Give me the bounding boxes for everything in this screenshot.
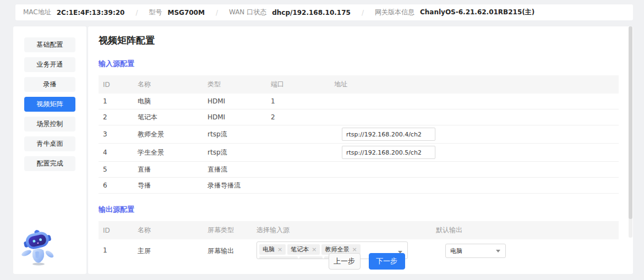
column-header-name: 名称 <box>133 80 203 89</box>
tag-close-icon[interactable]: × <box>352 246 357 253</box>
cell-name: 直播 <box>133 165 203 174</box>
wizard-footer: 上一步 下一步 <box>88 253 633 270</box>
sidebar-item-scene-control[interactable]: 场景控制 <box>24 117 75 131</box>
gateway-version-value: ChanlyOS-6.21.62.01RB215(主) <box>420 8 534 17</box>
sidebar-item-service-activation[interactable]: 业务开通 <box>24 57 75 72</box>
scrollbar-thumb[interactable] <box>629 26 632 219</box>
rtsp-address-input[interactable] <box>342 146 435 159</box>
output-source-section-heading[interactable]: 输出源配置 <box>99 205 633 215</box>
tag-label: 教师全景 <box>325 245 349 254</box>
table-row: 5 直播 直播流 <box>99 162 619 178</box>
cell-address <box>330 146 619 159</box>
table-row: 6 导播 录播导播流 <box>99 178 619 194</box>
cell-id: 1 <box>99 241 133 254</box>
page-title: 视频矩阵配置 <box>99 34 633 47</box>
column-header-address: 地址 <box>330 80 619 89</box>
column-header-id: ID <box>99 81 133 89</box>
model-value: MSG700M <box>167 9 204 17</box>
mac-address-value: 2C:1E:4F:13:39:20 <box>57 9 125 17</box>
table-row: 3 教师全景 rtsp流 <box>99 125 619 144</box>
cell-name: 教师全景 <box>133 130 203 139</box>
wan-status-value: dhcp/192.168.10.175 <box>272 9 351 17</box>
cell-port: 1 <box>266 97 330 105</box>
cell-name: 笔记本 <box>133 113 203 122</box>
sidebar-item-video-matrix[interactable]: 视频矩阵 <box>24 97 75 112</box>
cell-id: 2 <box>99 113 133 121</box>
cell-name: 电脑 <box>133 97 203 106</box>
tag-label: 电脑 <box>263 245 275 254</box>
device-info-bar: MAC地址 2C:1E:4F:13:39:20 / 型号 MSG700M / W… <box>15 4 633 20</box>
divider: / <box>216 9 218 17</box>
divider: / <box>135 9 138 17</box>
column-header-id: ID <box>99 227 133 234</box>
sidebar-item-recording[interactable]: 录播 <box>24 77 75 92</box>
mac-address-label: MAC地址 <box>23 8 51 17</box>
gateway-version-label: 网关版本信息 <box>375 8 414 17</box>
cell-name: 导播 <box>133 181 203 190</box>
caret-down-icon <box>496 250 500 252</box>
sidebar-item-config-complete[interactable]: 配置完成 <box>24 156 75 171</box>
cell-type: HDMI <box>203 113 266 121</box>
column-header-select-input: 选择输入源 <box>255 226 432 235</box>
input-source-section-heading[interactable]: 输入源配置 <box>99 59 633 69</box>
sidebar-item-basic-config[interactable]: 基础配置 <box>24 37 75 52</box>
cell-port: 2 <box>266 113 330 121</box>
cell-name: 学生全景 <box>133 148 203 157</box>
scrollbar-track[interactable] <box>629 26 632 238</box>
tag-close-icon[interactable]: × <box>277 246 282 253</box>
cell-address <box>330 128 619 141</box>
cell-type: 录播导播流 <box>203 181 266 190</box>
cell-id: 6 <box>99 182 133 189</box>
tag-label: 笔记本 <box>291 245 309 254</box>
previous-step-button[interactable]: 上一步 <box>329 253 361 270</box>
table-row: 1 电脑 HDMI 1 <box>99 94 619 109</box>
content-panel: 视频矩阵配置 输入源配置 ID 名称 类型 端口 地址 1 电脑 HDMI 1 … <box>88 26 633 274</box>
column-header-screen-type: 屏幕类型 <box>203 226 255 235</box>
next-step-button[interactable]: 下一步 <box>369 253 405 270</box>
table-row: 2 笔记本 HDMI 2 <box>99 109 619 125</box>
table-row: 4 学生全景 rtsp流 <box>99 144 619 162</box>
wan-status-label: WAN 口状态 <box>229 8 266 17</box>
cell-type: rtsp流 <box>203 148 266 157</box>
sidebar-item-qingniu-desktop[interactable]: 青牛桌面 <box>24 136 75 151</box>
output-table-header: ID 名称 屏幕类型 选择输入源 默认输出 <box>99 221 619 239</box>
column-header-name: 名称 <box>133 226 203 235</box>
rtsp-address-input[interactable] <box>342 128 435 141</box>
input-source-table: ID 名称 类型 端口 地址 1 电脑 HDMI 1 2 笔记本 HDMI 2 … <box>99 75 619 194</box>
model-label: 型号 <box>149 8 162 17</box>
cell-type: HDMI <box>203 97 266 105</box>
cell-id: 3 <box>99 130 133 138</box>
input-table-header: ID 名称 类型 端口 地址 <box>99 75 619 94</box>
sidebar: 基础配置 业务开通 录播 视频矩阵 场景控制 青牛桌面 配置完成 <box>13 26 86 274</box>
cell-id: 4 <box>99 149 133 156</box>
sidebar-nav: 基础配置 业务开通 录播 视频矩阵 场景控制 青牛桌面 配置完成 <box>13 26 86 171</box>
column-header-type: 类型 <box>203 80 266 89</box>
divider: / <box>362 9 364 17</box>
column-header-port: 端口 <box>266 80 330 89</box>
cell-type: rtsp流 <box>203 130 266 139</box>
cell-type: 直播流 <box>203 165 266 174</box>
robot-mascot-icon[interactable] <box>18 230 57 266</box>
column-header-default-output: 默认输出 <box>432 226 619 235</box>
cell-id: 5 <box>99 166 133 173</box>
tag-close-icon[interactable]: × <box>312 246 316 253</box>
cell-id: 1 <box>99 97 133 105</box>
